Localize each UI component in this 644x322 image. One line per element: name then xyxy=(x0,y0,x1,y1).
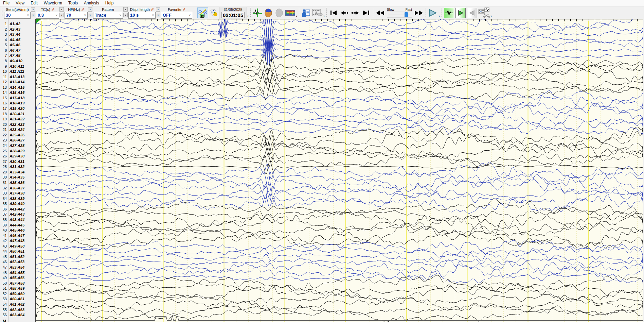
edit-pencil-icon[interactable]: ✎ xyxy=(182,8,185,11)
channel-row[interactable]: 50A57-A58 xyxy=(0,281,36,286)
channel-row[interactable]: 24A27-A28 xyxy=(0,143,36,148)
pattern-select[interactable]: Trace˅ xyxy=(93,12,123,19)
display-length-select[interactable]: 10 s˅ xyxy=(128,12,156,19)
channel-row[interactable]: 45A51-A52 xyxy=(0,254,36,259)
channel-row[interactable]: 11A12-A13 xyxy=(0,74,36,79)
channel-row[interactable]: 38A43-A44 xyxy=(0,217,36,222)
channel-row[interactable]: 5A5-A6 xyxy=(0,43,36,48)
channel-row[interactable]: 44A50-A51 xyxy=(0,249,36,254)
channel-row[interactable]: 18A20-A21 xyxy=(0,111,36,116)
channel-row[interactable]: 46A52-A53 xyxy=(0,259,36,265)
channel-row[interactable]: 10A11-A12 xyxy=(0,69,36,74)
sensitivity-select[interactable]: 30˅ xyxy=(4,12,31,19)
channel-row[interactable]: 32A36-A37 xyxy=(0,185,36,190)
fast-forward-button[interactable] xyxy=(413,7,424,18)
notch-filter-button[interactable]: 50 xyxy=(197,7,208,18)
skip-to-end-button[interactable] xyxy=(361,7,372,18)
clip-dropdown-arrow[interactable]: ▾ xyxy=(490,15,492,19)
channel-row[interactable]: 26A29-A30 xyxy=(0,154,36,159)
channel-row[interactable]: 35A39-A40 xyxy=(0,201,36,206)
high-freq-up-button[interactable]: ▲ xyxy=(88,7,92,12)
channel-row[interactable]: 12A13-A14 xyxy=(0,80,36,85)
datetime-dropdown-arrow[interactable]: ▾ xyxy=(247,15,249,19)
electrode-montage-button[interactable] xyxy=(208,7,219,18)
channel-row[interactable]: 53A60-A61 xyxy=(0,296,36,302)
channel-row[interactable]: 54A61-A62 xyxy=(0,302,36,307)
channel-row[interactable]: 19A21-A22 xyxy=(0,117,36,122)
menu-item-waveform[interactable]: Waveform xyxy=(41,0,65,6)
channel-row[interactable]: 56A63-A64 xyxy=(0,312,36,318)
channel-row[interactable]: 43A49-A50 xyxy=(0,243,36,249)
channel-row[interactable]: 39A44-A45 xyxy=(0,222,36,227)
channel-row[interactable]: 2A2-A3 xyxy=(0,27,36,32)
channel-row[interactable]: 7A7-A8 xyxy=(0,53,36,58)
play-button[interactable] xyxy=(427,7,438,18)
sensitivity-up-button[interactable]: ▲ xyxy=(31,7,35,12)
channel-row[interactable]: 22A25-A26 xyxy=(0,132,36,137)
pattern-down-button[interactable]: ▼ xyxy=(123,13,128,17)
topography-map-button[interactable] xyxy=(263,7,274,18)
channel-row[interactable]: 13A14-A15 xyxy=(0,85,36,90)
edit-pencil-icon[interactable]: ✎ xyxy=(51,8,54,11)
skip-to-start-button[interactable] xyxy=(328,7,339,18)
maps-dropdown-arrow[interactable]: ▾ xyxy=(296,15,298,19)
channel-row[interactable]: 27A30-A31 xyxy=(0,159,36,164)
auto-scroll-play-button[interactable] xyxy=(455,8,466,18)
edit-pencil-icon[interactable]: ✎ xyxy=(151,8,154,11)
channel-row[interactable]: 16A18-A19 xyxy=(0,101,36,106)
channel-row[interactable]: 40A45-A46 xyxy=(0,228,36,233)
time-constant-up-button[interactable]: ▲ xyxy=(59,7,64,12)
time-constant-select[interactable]: 0.3˅ xyxy=(36,12,59,19)
channel-row[interactable]: 17A19-A20 xyxy=(0,106,36,111)
channel-row[interactable]: 37A42-A43 xyxy=(0,212,36,217)
rewind-button[interactable] xyxy=(375,7,386,18)
channel-row[interactable]: 6A6-A7 xyxy=(0,48,36,53)
edit-pencil-icon[interactable]: ✎ xyxy=(81,8,84,11)
time-constant-down-button[interactable]: ▼ xyxy=(59,13,64,17)
menu-item-view[interactable]: View xyxy=(13,0,28,6)
channel-row[interactable]: 23A26-A27 xyxy=(0,138,36,143)
display-length-down-button[interactable]: ▼ xyxy=(156,13,160,17)
channel-row[interactable]: 25A28-A29 xyxy=(0,148,36,153)
menu-item-file[interactable]: File xyxy=(0,0,13,6)
channel-row[interactable]: 14A15-A16 xyxy=(0,90,36,95)
menu-item-analysis[interactable]: Analysis xyxy=(81,0,102,6)
channel-row[interactable]: 41A46-A47 xyxy=(0,233,36,238)
menu-item-edit[interactable]: Edit xyxy=(28,0,41,6)
eeg-waveform-canvas[interactable] xyxy=(36,19,643,322)
channel-row[interactable]: 21A23-A24 xyxy=(0,127,36,132)
speed-slider-thumb[interactable] xyxy=(405,12,408,17)
channel-row[interactable]: 20A22-A23 xyxy=(0,122,36,127)
video-dropdown-arrow[interactable]: ▾ xyxy=(323,15,325,19)
channel-row[interactable]: 3A3-A4 xyxy=(0,32,36,37)
channel-row[interactable]: 8A9-A10 xyxy=(0,58,36,63)
channel-row[interactable]: 48A54-A55 xyxy=(0,270,36,275)
step-back-button[interactable] xyxy=(339,7,350,18)
channel-row[interactable]: 55A62-A63 xyxy=(0,307,36,312)
dsa-trend-button[interactable] xyxy=(285,7,296,18)
channel-row[interactable]: 31A35-A36 xyxy=(0,180,36,185)
high-freq-down-button[interactable]: ▼ xyxy=(88,13,92,17)
step-forward-button[interactable] xyxy=(350,7,361,18)
pattern-up-button[interactable]: ▲ xyxy=(123,7,128,12)
menu-item-tools[interactable]: Tools xyxy=(65,0,81,6)
channel-row[interactable]: 29A33-A34 xyxy=(0,169,36,174)
channel-row[interactable]: 9A10-A11 xyxy=(0,64,36,69)
channel-row[interactable]: 34A38-A39 xyxy=(0,196,36,201)
channel-row[interactable]: 33A37-A38 xyxy=(0,191,36,196)
favorite-select[interactable]: OFF˅ xyxy=(161,12,192,19)
display-length-up-button[interactable]: ▲ xyxy=(156,7,160,12)
channel-row[interactable]: 47A53-A54 xyxy=(0,265,36,270)
channel-row[interactable]: 49A55-A56 xyxy=(0,275,36,281)
channel-row[interactable]: 52A59-A60 xyxy=(0,291,36,296)
menu-item-help[interactable]: Help xyxy=(102,0,117,6)
waveform-measure-button[interactable] xyxy=(252,7,263,18)
channel-row[interactable]: 15A17-A18 xyxy=(0,95,36,100)
channel-row[interactable]: 51A58-A59 xyxy=(0,286,36,291)
review-mode-button[interactable] xyxy=(444,8,454,18)
clip-export-button[interactable] xyxy=(478,7,490,18)
play-dropdown-arrow[interactable]: ▾ xyxy=(438,15,440,19)
channel-row[interactable]: 42A47-A48 xyxy=(0,238,36,243)
channel-row[interactable]: 4A4-A5 xyxy=(0,37,36,42)
toolbar-grip-handle[interactable] xyxy=(1,8,3,18)
